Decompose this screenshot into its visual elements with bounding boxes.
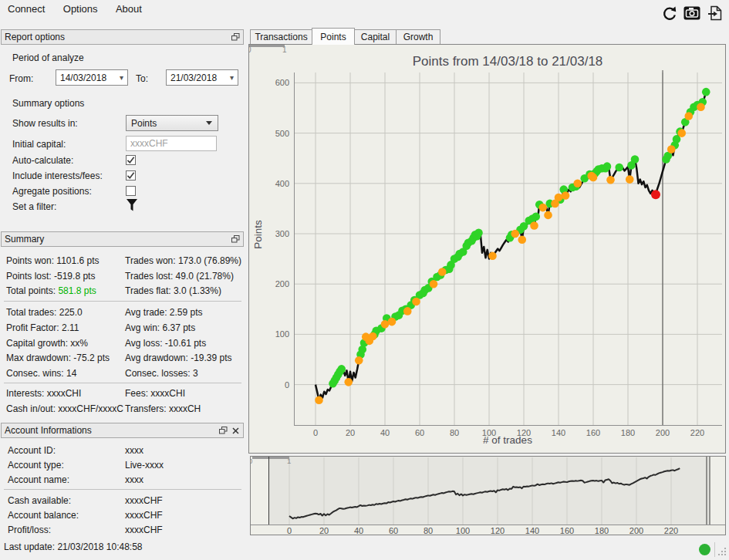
svg-text:220: 220	[690, 428, 704, 437]
toolbar	[660, 4, 724, 22]
tab-transactions[interactable]: Transactions	[250, 29, 312, 44]
agregate-positions-checkbox[interactable]	[126, 186, 136, 196]
from-date-combobox[interactable]: 14/03/2018 ▾	[56, 69, 128, 86]
account-row-label: Account balance:	[8, 510, 79, 521]
trade-marker-orange	[555, 194, 563, 202]
summary-stat: Fees: xxxxCHI	[125, 388, 185, 399]
screenshot-icon[interactable]	[683, 4, 701, 22]
summary-stat: Avg trade: 2.59 pts	[125, 307, 203, 318]
svg-text:180: 180	[621, 428, 635, 437]
svg-text:20: 20	[319, 526, 329, 535]
export-icon[interactable]	[706, 4, 724, 22]
set-filter-label: Set a filter:	[12, 201, 56, 212]
account-row-value: xxxx	[125, 445, 143, 456]
report-options-title: Report options	[5, 30, 65, 44]
svg-text:60: 60	[389, 526, 398, 535]
trade-marker-orange	[697, 103, 705, 111]
y-axis-label: Points	[252, 220, 264, 249]
float-panel-icon[interactable]	[218, 426, 228, 435]
to-date-combobox[interactable]: 21/03/2018 ▾	[166, 69, 238, 86]
svg-text:0: 0	[287, 526, 292, 535]
svg-text:1: 1	[287, 457, 291, 465]
account-row-value: xxxxCHF	[125, 525, 163, 535]
svg-text:0: 0	[249, 46, 251, 54]
close-panel-icon[interactable]	[231, 426, 241, 435]
trade-marker-orange	[626, 175, 634, 184]
svg-text:200: 200	[629, 526, 643, 535]
summary-stat: Trades lost: 49.0 (21.78%)	[125, 271, 234, 282]
initial-capital-input[interactable]	[126, 136, 217, 151]
float-panel-icon[interactable]	[231, 234, 241, 244]
last-update-status: Last update: 21/03/2018 10:48:58	[4, 541, 143, 552]
svg-text:1: 1	[282, 46, 287, 54]
trade-marker-orange	[438, 268, 447, 276]
account-row-value: xxxxCHF	[125, 495, 163, 506]
show-results-dropdown[interactable]: Points	[126, 115, 218, 131]
summary-stat: Consec. wins: 14	[6, 368, 76, 379]
summary-stat: Avg win: 6.37 pts	[125, 322, 195, 333]
trade-marker-orange	[388, 318, 397, 326]
resize-grip[interactable]	[717, 547, 727, 558]
menu-options[interactable]: Options	[56, 0, 106, 18]
points-chart-panel: 0101002003004005006000204060801001201401…	[248, 44, 726, 454]
chart-title: Points from 14/03/18 to 21/03/18	[413, 54, 603, 69]
svg-text:140: 140	[525, 526, 539, 535]
auto-calculate-checkbox[interactable]	[126, 155, 136, 165]
checkmark-icon	[127, 156, 135, 164]
svg-text:40: 40	[380, 428, 390, 437]
trade-marker-green	[615, 164, 623, 172]
report-options-header: Report options	[1, 29, 244, 45]
trade-marker-orange	[369, 332, 377, 341]
tab-capital[interactable]: Capital	[354, 29, 397, 44]
account-informations-title: Account Informations	[5, 423, 92, 437]
checkmark-icon	[127, 171, 135, 180]
svg-text:80: 80	[424, 526, 433, 535]
summary-stat: Avg loss: -10.61 pts	[125, 338, 206, 349]
account-row-label: Account type:	[8, 460, 64, 471]
summary-stat: Transfers: xxxxCH	[125, 403, 201, 414]
include-interests-label: Include interests/fees:	[12, 170, 103, 181]
account-row-value: xxxxCHF	[125, 510, 163, 521]
show-results-label: Show results in:	[12, 118, 78, 129]
trade-marker-orange	[511, 230, 519, 238]
svg-text:600: 600	[275, 78, 289, 87]
summary-options-label: Summary options	[12, 98, 84, 109]
summary-stat: Trades flat: 3.0 (1.33%)	[125, 285, 221, 296]
chevron-down-icon: ▾	[230, 73, 234, 82]
refresh-icon[interactable]	[660, 4, 678, 22]
svg-text:60: 60	[415, 428, 424, 437]
points-equity-chart[interactable]: 0101002003004005006000204060801001201401…	[249, 45, 725, 453]
trade-marker-orange	[667, 145, 676, 153]
trade-marker-green	[702, 88, 710, 96]
trade-marker-orange	[488, 251, 497, 260]
menu-about[interactable]: About	[108, 0, 150, 18]
summary-stat-total-points: Total points: 581.8 pts	[6, 285, 96, 296]
filter-funnel-icon[interactable]	[126, 198, 138, 214]
tab-points[interactable]: Points	[312, 28, 355, 45]
total-points-value: 581.8 pts	[58, 285, 96, 296]
svg-text:120: 120	[491, 526, 505, 535]
show-results-value: Points	[131, 118, 157, 129]
from-label: From:	[9, 73, 33, 84]
trade-marker-orange	[403, 307, 412, 315]
selected-range	[268, 457, 710, 525]
summary-stat: Interests: xxxxCHI	[6, 388, 81, 399]
summary-stat: Profit Factor: 2.11	[6, 322, 79, 333]
svg-text:140: 140	[552, 428, 565, 437]
include-interests-checkbox[interactable]	[126, 170, 136, 180]
account-row-label: Account name:	[8, 474, 69, 485]
trade-marker-orange	[381, 320, 390, 329]
trade-marker-green	[603, 162, 612, 170]
tab-growth[interactable]: Growth	[396, 29, 440, 44]
float-panel-icon[interactable]	[231, 32, 241, 42]
svg-text:80: 80	[450, 428, 459, 437]
account-row-value: Live-xxxx	[125, 460, 164, 471]
from-date-value: 14/03/2018	[60, 73, 106, 83]
range-overview-chart[interactable]: 02040608010012014016018020022001	[251, 457, 725, 535]
divider	[4, 489, 241, 490]
menu-connect[interactable]: Connect	[0, 0, 52, 18]
equity-line	[316, 92, 706, 400]
svg-text:500: 500	[275, 129, 289, 138]
chevron-down-icon: ▾	[120, 73, 123, 82]
trade-marker-orange	[589, 174, 598, 182]
